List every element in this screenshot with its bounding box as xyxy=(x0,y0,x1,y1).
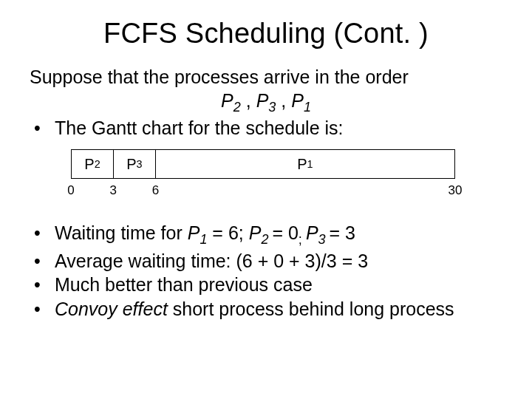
gantt-bar: P2P3P1 xyxy=(71,149,455,179)
bullet-list: • Waiting time for P1 = 6; P2 = 0; P3 = … xyxy=(30,222,502,320)
convoy-effect-term: Convoy effect xyxy=(55,299,168,319)
page-title: FCFS Scheduling (Cont. ) xyxy=(30,18,502,50)
slide: FCFS Scheduling (Cont. ) Suppose that th… xyxy=(0,0,532,399)
bullet-dot: • xyxy=(30,298,55,321)
bullet-convoy: • Convoy effect short process behind lon… xyxy=(30,298,502,321)
bullet-text: Much better than previous case xyxy=(55,273,502,296)
order-sep: , xyxy=(276,90,291,111)
bullet-dot: • xyxy=(30,273,55,296)
order-p2: P2 xyxy=(221,90,241,111)
order-sep: , xyxy=(241,90,256,111)
intro-text: Suppose that the processes arrive in the… xyxy=(30,66,502,89)
gantt-tick: 3 xyxy=(109,183,116,198)
gantt-axis: 03630 xyxy=(71,183,455,205)
bullet-text: Waiting time for P1 = 6; P2 = 0; P3 = 3 xyxy=(55,222,502,248)
gantt-tick: 30 xyxy=(449,183,463,198)
bullet-dot: • xyxy=(30,250,55,273)
gantt-cell: P2 xyxy=(72,150,114,178)
bullet-text: Average waiting time: (6 + 0 + 3)/3 = 3 xyxy=(55,250,502,273)
gantt-cell: P3 xyxy=(114,150,156,178)
gantt-tick: 0 xyxy=(67,183,74,198)
gantt-chart: P2P3P1 03630 xyxy=(71,149,455,205)
bullet-dot: • xyxy=(30,117,55,140)
order-p1: P1 xyxy=(291,90,311,111)
order-p3: P3 xyxy=(256,90,276,111)
bullet-avg-wait: • Average waiting time: (6 + 0 + 3)/3 = … xyxy=(30,250,502,273)
process-order: P2 , P3 , P1 xyxy=(30,90,502,115)
bullet-text: The Gantt chart for the schedule is: xyxy=(55,117,502,140)
gantt-cell: P1 xyxy=(156,150,454,178)
bullet-gantt-caption: • The Gantt chart for the schedule is: xyxy=(30,117,502,140)
bullet-waiting-time: • Waiting time for P1 = 6; P2 = 0; P3 = … xyxy=(30,222,502,248)
bullet-better: • Much better than previous case xyxy=(30,273,502,296)
gantt-tick: 6 xyxy=(152,183,159,198)
bullet-dot: • xyxy=(30,222,55,245)
bullet-text: Convoy effect short process behind long … xyxy=(55,298,502,321)
